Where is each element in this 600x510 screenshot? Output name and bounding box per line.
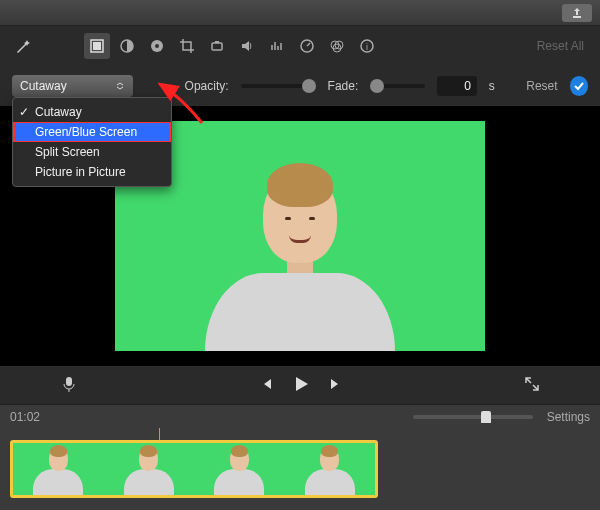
playhead[interactable]	[159, 428, 160, 440]
clip-thumbnail	[104, 443, 195, 495]
timeline-zoom-slider[interactable]	[413, 415, 533, 419]
clip-thumbnail	[194, 443, 285, 495]
overlay-tool-icon	[89, 38, 105, 54]
wand-icon	[14, 37, 32, 55]
play-button[interactable]	[292, 375, 310, 396]
timeline-clip[interactable]	[10, 440, 378, 498]
dropdown-value: Cutaway	[20, 79, 67, 93]
settings-button[interactable]: Settings	[547, 410, 590, 424]
svg-point-4	[155, 44, 159, 48]
window-titlebar	[0, 0, 600, 26]
noise-reduction-button[interactable]	[264, 33, 290, 59]
apply-check-button[interactable]	[570, 76, 588, 96]
crop-icon	[179, 38, 195, 54]
crop-button[interactable]	[174, 33, 200, 59]
reset-all-button[interactable]: Reset All	[531, 39, 590, 53]
menu-item-green-blue-screen[interactable]: Green/Blue Screen	[13, 122, 171, 142]
timeline-header: 01:02 Settings	[0, 404, 600, 428]
fullscreen-button[interactable]	[524, 376, 540, 395]
speed-button[interactable]	[294, 33, 320, 59]
playback-bar	[0, 366, 600, 404]
info-icon: i	[359, 38, 375, 54]
info-button[interactable]: i	[354, 33, 380, 59]
fade-slider[interactable]	[370, 84, 425, 88]
overlay-mode-menu: Cutaway Green/Blue Screen Split Screen P…	[12, 97, 172, 187]
expand-icon	[524, 376, 540, 392]
menu-item-split-screen[interactable]: Split Screen	[13, 142, 171, 162]
clip-filter-button[interactable]	[324, 33, 350, 59]
microphone-icon	[60, 375, 78, 393]
menu-item-cutaway[interactable]: Cutaway	[13, 102, 171, 122]
svg-rect-5	[212, 43, 222, 50]
skip-forward-button[interactable]	[328, 376, 344, 395]
share-icon	[571, 7, 583, 19]
fade-unit: s	[489, 79, 495, 93]
svg-rect-6	[215, 41, 219, 43]
preview-subject	[205, 171, 395, 351]
share-button[interactable]	[562, 4, 592, 22]
play-icon	[292, 375, 310, 393]
stabilization-button[interactable]	[204, 33, 230, 59]
opacity-slider[interactable]	[241, 84, 316, 88]
color-balance-button[interactable]	[114, 33, 140, 59]
svg-rect-1	[93, 42, 101, 50]
opacity-label: Opacity:	[185, 79, 229, 93]
timeline[interactable]	[0, 428, 600, 506]
fade-label: Fade:	[328, 79, 359, 93]
timecode: 01:02	[10, 410, 40, 424]
speed-icon	[299, 38, 315, 54]
record-voiceover-button[interactable]	[60, 375, 78, 396]
reset-button[interactable]: Reset	[526, 79, 557, 93]
overlay-mode-dropdown[interactable]: Cutaway Cutaway Green/Blue Screen Split …	[12, 75, 133, 97]
fade-value-field[interactable]: 0	[437, 76, 477, 96]
svg-text:i: i	[366, 42, 368, 52]
stabilize-icon	[209, 38, 225, 54]
magic-wand-button[interactable]	[10, 33, 36, 59]
skip-back-icon	[258, 376, 274, 392]
color-wheel-icon	[149, 38, 165, 54]
chevron-updown-icon	[115, 81, 125, 91]
color-correction-button[interactable]	[144, 33, 170, 59]
color-balance-icon	[119, 38, 135, 54]
skip-back-button[interactable]	[258, 376, 274, 395]
inspector-toolbar: i Reset All	[0, 26, 600, 66]
clip-thumbnail	[13, 443, 104, 495]
check-icon	[573, 80, 585, 92]
volume-icon	[239, 38, 255, 54]
volume-button[interactable]	[234, 33, 260, 59]
equalizer-icon	[269, 38, 285, 54]
filters-icon	[329, 38, 345, 54]
menu-item-picture-in-picture[interactable]: Picture in Picture	[13, 162, 171, 182]
svg-rect-13	[66, 377, 72, 386]
overlay-tool-button[interactable]	[84, 33, 110, 59]
overlay-controls: Cutaway Cutaway Green/Blue Screen Split …	[0, 66, 600, 106]
skip-forward-icon	[328, 376, 344, 392]
clip-thumbnail	[285, 443, 376, 495]
